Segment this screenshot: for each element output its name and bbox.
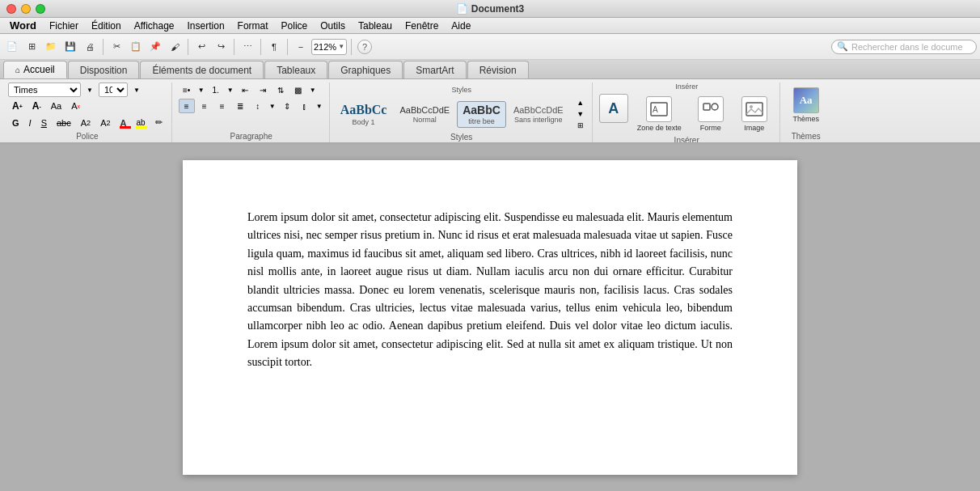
inserer-label: Insérer [599,134,775,144]
menu-insertion[interactable]: Insertion [181,18,231,33]
tab-elements[interactable]: Éléments de document [140,61,264,78]
font-name-select[interactable]: Times Arial Helvetica [8,83,81,97]
font-name-dropdown[interactable]: ▼ [82,83,97,97]
themes-preview-icon: Aa [793,87,819,113]
underline-button[interactable]: S [37,116,51,130]
font-size-select[interactable]: 101214 [99,83,128,97]
bullets-button[interactable]: ≡• [179,83,195,97]
help-button[interactable]: ? [357,40,372,54]
open-button[interactable]: 📁 [42,38,60,56]
change-case-button[interactable]: Aa [47,99,65,113]
undo-button[interactable]: ↩ [192,38,210,56]
tab-accueil[interactable]: ⌂ Accueil [3,61,67,78]
menu-affichage[interactable]: Affichage [128,18,181,33]
style-sans[interactable]: AaBbCcDdE Sans interligne [508,103,569,126]
maximize-button[interactable] [36,4,45,14]
paste-button[interactable]: 📌 [146,38,164,56]
sort-button[interactable]: ⇅ [272,83,289,97]
window-controls [6,4,45,14]
document-content[interactable]: Lorem ipsum dolor sit amet, consectetur … [247,209,733,372]
new-button[interactable]: 📄 [3,38,21,56]
align-justify-button[interactable]: ≣ [232,99,248,113]
indent-decrease-button[interactable]: ⇤ [237,83,253,97]
superscript-button[interactable]: A2 [96,116,114,130]
menu-fichier[interactable]: Fichier [43,18,85,33]
text-color-button[interactable]: A [116,116,131,130]
font-grow-button[interactable]: A+ [8,99,27,113]
line-spacing-button[interactable]: ↕ [250,99,266,113]
columns-dropdown[interactable]: ▼ [315,99,324,113]
menu-outils[interactable]: Outils [314,18,352,33]
bold-button[interactable]: G [8,116,23,130]
tab-graphiques[interactable]: Graphiques [328,61,403,78]
numbering-dropdown[interactable]: ▼ [226,83,235,97]
subscript-button[interactable]: A2 [77,116,95,130]
insert-zone-texte[interactable]: A Zone de texte [632,94,687,134]
italic-button[interactable]: I [25,116,36,130]
styles-scroll-up[interactable]: ▲ [572,97,589,108]
print-button[interactable]: 🖨 [81,38,99,56]
tab-revision-label: Révision [479,65,517,76]
line-spacing-dropdown[interactable]: ▼ [268,99,277,113]
clear-format-button[interactable]: Ax [67,99,84,113]
zoom-box[interactable]: 212% ▼ [311,39,347,55]
style-normal[interactable]: AaBbCcDdE Normal [394,103,455,126]
format-painter-button[interactable]: 🖌 [166,38,184,56]
tab-graphiques-label: Graphiques [340,65,391,76]
document-area: Lorem ipsum dolor sit amet, consectetur … [0,144,980,491]
menu-fenetre[interactable]: Fenêtre [399,18,445,33]
menu-tableau[interactable]: Tableau [352,18,399,33]
menu-word[interactable]: Word [3,18,43,33]
bullets-dropdown[interactable]: ▼ [196,83,206,97]
minimize-button[interactable] [21,4,31,14]
shading-button[interactable]: ▩ [290,83,306,97]
numbering-button[interactable]: 1. [208,83,224,97]
redo-button[interactable]: ↪ [212,38,230,56]
menu-edition[interactable]: Édition [85,18,128,33]
more-button[interactable]: ⋯ [239,38,256,56]
search-box[interactable]: 🔍 Rechercher dans le docume [831,40,977,54]
themes-button[interactable]: Aa Thèmes [789,86,822,125]
menu-bar: Word Fichier Édition Affichage Insertion… [0,18,980,34]
quick-styles-button[interactable]: A [599,94,628,124]
tab-elements-label: Éléments de document [152,65,251,76]
style-titre[interactable]: AaBbC titre bee [457,101,506,128]
zone-texte-label: Zone de texte [637,124,682,132]
menu-aide[interactable]: Aide [445,18,477,33]
tab-tableaux[interactable]: Tableaux [264,61,327,78]
indent-increase-button[interactable]: ⇥ [255,83,271,97]
close-button[interactable] [6,4,16,14]
styles-scroll-down[interactable]: ▼ [572,108,589,120]
para-row3 [179,116,324,130]
style-body1[interactable]: AaBbCc Body 1 [335,100,393,129]
menu-format[interactable]: Format [231,18,275,33]
font-effects-button[interactable]: ✏ [151,116,167,130]
font-size-dropdown[interactable]: ▼ [129,83,144,97]
save-button[interactable]: 💾 [61,38,79,56]
font-shrink-button[interactable]: A- [28,99,45,113]
styles-expand[interactable]: ⊞ [572,120,589,131]
templates-button[interactable]: ⊞ [23,38,40,56]
menu-police[interactable]: Police [275,18,315,33]
insert-forme[interactable]: Forme [691,94,731,134]
tab-disposition[interactable]: Disposition [68,61,140,78]
highlight-button[interactable]: ab [133,116,150,130]
insert-image[interactable]: Image [734,94,775,134]
align-center-button[interactable]: ≡ [196,99,213,113]
style-titre-preview: AaBbC [463,104,501,116]
copy-button[interactable]: 📋 [127,38,145,56]
tab-smartart[interactable]: SmartArt [403,61,466,78]
style-sans-preview: AaBbCcDdE [513,105,564,115]
forme-label: Forme [700,124,721,132]
paragraph-marks-button[interactable]: ¶ [265,38,283,56]
align-left-button[interactable]: ≡ [179,99,195,113]
strikethrough-button[interactable]: abc [53,116,75,130]
shading-dropdown[interactable]: ▼ [308,83,318,97]
cut-button[interactable]: ✂ [108,38,125,56]
columns-button[interactable]: ⫿ [297,99,313,113]
paragraph-spacing-button[interactable]: ⇕ [279,99,295,113]
styles-label: Styles [335,131,589,142]
tab-revision[interactable]: Révision [467,61,529,78]
align-right-button[interactable]: ≡ [214,99,230,113]
zoom-out-button[interactable]: − [292,38,310,56]
